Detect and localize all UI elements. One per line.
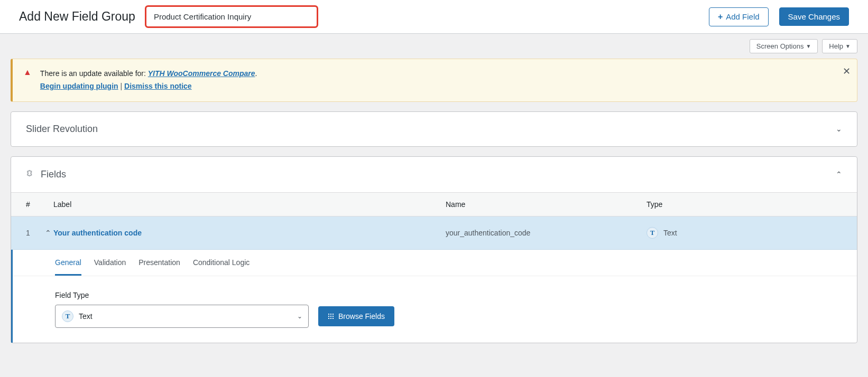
begin-updating-link[interactable]: Begin updating plugin [40,82,118,90]
field-group-title-input[interactable] [146,6,317,27]
top-bar: Add New Field Group + Add Field Save Cha… [0,0,868,34]
settings-tabs: General Validation Presentation Conditio… [13,250,857,276]
field-type-label: Field Type [55,291,842,299]
row-name: your_authentication_code [446,229,647,237]
title-input-highlight [146,6,317,27]
row-label: Your authentication code [53,229,446,237]
field-type-select[interactable]: T Text [55,305,309,328]
table-row[interactable]: 1 ⌃ Your authentication code your_authen… [11,216,857,250]
page-title: Add New Field Group [19,10,135,24]
field-type-select-wrap: T Text ⌄ [55,305,309,328]
col-header-label: Label [53,200,446,209]
screen-options-button[interactable]: Screen Options ▼ [750,39,818,53]
fields-panel: Fields ⌃ # Label Name Type 1 ⌃ Your auth… [11,156,857,343]
warning-icon: ▲ [23,68,32,77]
field-settings: Field Type T Text ⌄ Browse Fields [13,276,857,343]
row-num: 1 ⌃ [26,229,53,237]
slider-revolution-toggle[interactable]: Slider Revolution ⌄ [11,112,857,146]
slider-revolution-panel: Slider Revolution ⌄ [11,111,857,147]
col-header-name: Name [446,200,647,209]
tab-presentation[interactable]: Presentation [138,250,180,276]
chevron-down-icon: ⌄ [836,125,842,133]
plugin-link[interactable]: YITH WooCommerce Compare [148,69,255,78]
slider-revolution-title: Slider Revolution [26,124,98,135]
browse-fields-button[interactable]: Browse Fields [318,306,394,326]
add-field-label: Add Field [726,12,759,21]
col-header-type: Type [647,200,842,209]
tab-conditional-logic[interactable]: Conditional Logic [193,250,250,276]
type-badge-icon: T [647,227,658,239]
close-icon[interactable]: ✕ [843,65,851,77]
chevron-up-icon: ⌃ [836,170,842,178]
field-settings-tabs-body: General Validation Presentation Conditio… [11,250,857,343]
notice-body: There is an update available for: YITH W… [40,68,257,93]
save-label: Save Changes [788,12,840,21]
caret-down-icon: ▼ [845,43,851,49]
tab-general[interactable]: General [55,250,81,276]
puzzle-icon [26,168,35,181]
plus-icon: + [718,12,723,22]
update-notice: ▲ There is an update available for: YITH… [11,59,857,102]
add-field-button[interactable]: + Add Field [709,7,769,26]
fields-panel-toggle[interactable]: Fields ⌃ [11,157,857,192]
screen-options-row: Screen Options ▼ Help ▼ [11,34,857,59]
caret-down-icon: ▼ [806,43,811,49]
type-badge-icon: T [62,310,73,322]
fields-panel-title: Fields [26,168,66,181]
row-type: T Text [647,227,842,239]
grid-icon [328,313,334,319]
chevron-up-icon[interactable]: ⌃ [45,229,51,237]
dismiss-notice-link[interactable]: Dismiss this notice [124,82,192,90]
save-changes-button[interactable]: Save Changes [779,7,849,26]
fields-table-header: # Label Name Type [11,192,857,216]
help-button[interactable]: Help ▼ [822,39,857,53]
tab-validation[interactable]: Validation [94,250,126,276]
field-label-link[interactable]: Your authentication code [53,229,142,237]
col-header-num: # [26,200,53,209]
